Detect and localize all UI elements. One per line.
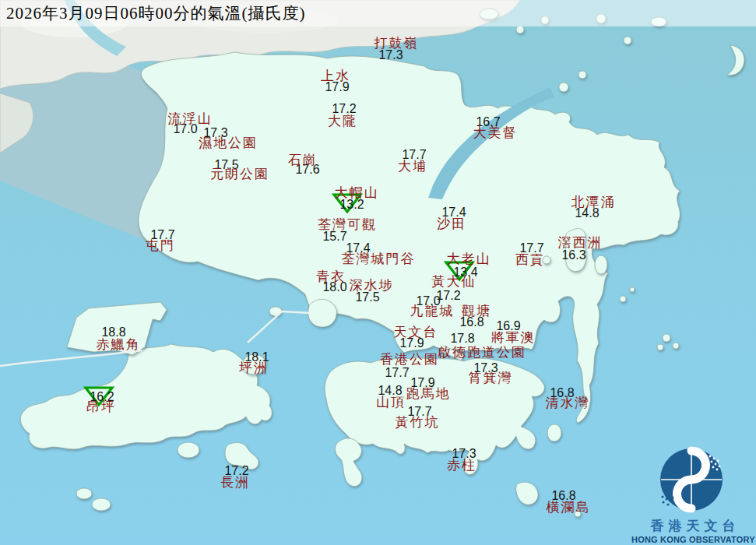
ninepin-island bbox=[663, 334, 670, 342]
station-temperature: 13.4 bbox=[453, 266, 477, 279]
ninepin-island bbox=[657, 344, 663, 350]
station-temperature: 14.8 bbox=[378, 385, 402, 397]
station-temperature: 17.5 bbox=[214, 159, 238, 171]
kai-tak-runway bbox=[441, 346, 464, 360]
station-temperature: 17.5 bbox=[355, 291, 379, 304]
station-temperature: 16.8 bbox=[551, 490, 575, 502]
ma-wan-island bbox=[269, 307, 282, 316]
tap-mun-island bbox=[559, 83, 568, 92]
station-temperature: 17.2 bbox=[224, 465, 248, 477]
station-temperature: 17.3 bbox=[378, 49, 403, 62]
shelter-island bbox=[595, 255, 607, 274]
station-name: 天文台 bbox=[394, 325, 438, 339]
station-name: 濕地公園 bbox=[199, 136, 258, 149]
station-temperature: 16.8 bbox=[459, 316, 483, 329]
station-name: 屯門 bbox=[146, 239, 175, 252]
station-name: 黃竹坑 bbox=[396, 416, 440, 429]
station-name: 荃灣可觀 bbox=[318, 218, 377, 231]
station-temperature: 17.3 bbox=[203, 127, 227, 139]
hko-temperature-map: 17.3打鼓嶺17.9上水17.2大隴17.0流浮山17.3濕地公園17.5元朗… bbox=[0, 0, 756, 545]
chek-lap-kok-airport bbox=[67, 302, 167, 355]
station-name: 九龍城 bbox=[410, 304, 455, 318]
station-name: 筲箕灣 bbox=[469, 371, 513, 385]
station-name: 橫瀾島 bbox=[547, 501, 591, 514]
station-name: 北潭涌 bbox=[571, 195, 616, 209]
station-temperature: 17.0 bbox=[173, 123, 197, 135]
station-temperature: 16.7 bbox=[476, 116, 500, 128]
station-name: 西貢 bbox=[515, 253, 545, 266]
station-temperature: 17.7 bbox=[519, 242, 543, 255]
station-temperature: 14.8 bbox=[575, 207, 599, 220]
station-temperature: 17.7 bbox=[407, 406, 431, 418]
tsing-ma-bridge bbox=[248, 311, 310, 343]
station-temperature: 17.0 bbox=[416, 295, 440, 308]
station-temperature: 17.6 bbox=[295, 164, 319, 176]
hko-logo-mark bbox=[652, 445, 733, 517]
kiu-tsui-island bbox=[543, 256, 550, 264]
station-temperature: 17.7 bbox=[402, 149, 426, 161]
station-temperature: 16.8 bbox=[550, 387, 574, 399]
record-low-marker bbox=[334, 195, 360, 212]
grass-island bbox=[578, 71, 586, 79]
station-name: 黃大仙 bbox=[432, 275, 476, 288]
station-temperature: 17.9 bbox=[399, 337, 424, 350]
station-temperature: 17.8 bbox=[450, 332, 474, 345]
station-name: 觀塘 bbox=[462, 304, 491, 318]
lamma-island bbox=[336, 438, 362, 487]
soko-island bbox=[92, 498, 111, 511]
station-name: 坪洲 bbox=[239, 361, 269, 374]
hei-ling-chau-island bbox=[178, 442, 199, 458]
station-temperature: 16.2 bbox=[90, 391, 114, 403]
station-name: 大隴 bbox=[328, 114, 357, 128]
hko-logo: 香港天文台 HONG KONG OBSERVATORY bbox=[631, 445, 754, 544]
record-low-marker bbox=[86, 388, 112, 405]
tung-lung-chau-island bbox=[547, 424, 561, 441]
station-name: 將軍澳 bbox=[491, 331, 536, 344]
station-name: 滘西洲 bbox=[558, 236, 603, 249]
station-temperature: 16.9 bbox=[496, 320, 520, 332]
mirs-bay-crescent-island bbox=[727, 45, 744, 76]
station-name: 啟德跑道公園 bbox=[438, 346, 526, 359]
station-name: 荃灣城門谷 bbox=[342, 252, 416, 265]
steep-island bbox=[620, 296, 626, 302]
shekou-peninsula bbox=[0, 93, 33, 153]
station-temperature: 17.7 bbox=[150, 229, 174, 241]
station-temperature: 17.3 bbox=[473, 362, 498, 374]
station-name: 大帽山 bbox=[335, 186, 379, 199]
station-name: 大老山 bbox=[447, 252, 491, 265]
station-name: 跑馬地 bbox=[406, 387, 451, 400]
kau-sai-chau-island bbox=[565, 229, 586, 272]
station-temperature: 17.3 bbox=[452, 448, 476, 460]
station-name: 石崗 bbox=[288, 153, 318, 167]
station-name: 清水灣 bbox=[546, 396, 590, 410]
station-name: 長洲 bbox=[220, 476, 250, 489]
new-territories-landmass bbox=[139, 52, 680, 423]
lantau-island bbox=[20, 344, 272, 449]
deep-bay-water bbox=[0, 56, 171, 241]
peng-chau-island bbox=[243, 354, 265, 374]
station-temperature: 18.8 bbox=[101, 326, 125, 339]
hko-logo-english: HONG KONG OBSERVATORY bbox=[631, 535, 754, 544]
station-name: 昂坪 bbox=[86, 400, 116, 413]
station-name: 打鼓嶺 bbox=[374, 37, 419, 50]
tolo-harbour-water bbox=[428, 87, 554, 199]
record-low-marker bbox=[446, 262, 473, 280]
station-name: 流浮山 bbox=[168, 112, 213, 125]
hko-logo-chinese: 香港天文台 bbox=[636, 517, 754, 535]
station-temperature: 17.4 bbox=[441, 206, 466, 219]
station-temperature: 15.7 bbox=[322, 230, 346, 243]
station-name: 山頂 bbox=[376, 396, 406, 409]
map-title: 2026年3月09日06時00分的氣溫(攝氏度) bbox=[6, 2, 306, 24]
station-temperature: 18.0 bbox=[322, 281, 346, 294]
station-temperature: 17.2 bbox=[332, 103, 356, 115]
station-temperature: 16.3 bbox=[561, 249, 585, 262]
station-name: 深水埗 bbox=[350, 279, 394, 292]
station-name: 赤鱲角 bbox=[97, 338, 141, 351]
mirs-bay-island bbox=[624, 37, 631, 44]
station-temperature: 17.4 bbox=[346, 242, 370, 255]
station-name: 大埔 bbox=[398, 160, 427, 173]
station-name: 香港公園 bbox=[380, 353, 439, 366]
waglan-island bbox=[575, 511, 581, 517]
station-name: 元朗公園 bbox=[210, 167, 269, 181]
cheung-chau-island bbox=[225, 443, 258, 469]
